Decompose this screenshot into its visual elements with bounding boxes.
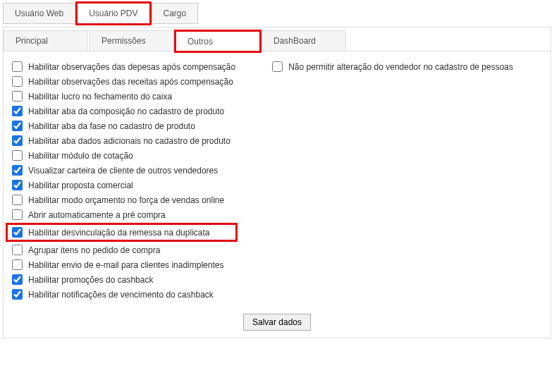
settings-panel: PrincipalPermissõesOutrosDashBoard Habil… bbox=[3, 27, 551, 338]
option-row: Habilitar aba da composição no cadastro … bbox=[8, 104, 235, 118]
option-label: Habilitar lucro no fechamento do caixa bbox=[28, 92, 172, 102]
option-checkbox[interactable] bbox=[272, 61, 283, 72]
option-row: Habilitar proposta comercial bbox=[8, 178, 235, 192]
top-tabs: Usuário WebUsuário PDVCargo bbox=[3, 3, 551, 24]
sub-tab-label: Outros bbox=[187, 37, 213, 47]
option-checkbox[interactable] bbox=[12, 245, 23, 255]
sub-tab-3[interactable]: DashBoard bbox=[261, 30, 346, 51]
top-tab-1[interactable]: Usuário PDV bbox=[77, 3, 149, 24]
option-checkbox[interactable] bbox=[12, 106, 23, 116]
option-row: Abrir automaticamente a pré compra bbox=[8, 208, 235, 221]
top-tab-0[interactable]: Usuário Web bbox=[3, 3, 75, 24]
option-label: Habilitar proposta comercial bbox=[28, 180, 133, 190]
option-checkbox[interactable] bbox=[12, 121, 23, 131]
save-button[interactable]: Salvar dados bbox=[243, 314, 311, 331]
option-checkbox[interactable] bbox=[12, 135, 23, 146]
option-row: Habilitar lucro no fechamento do caixa bbox=[8, 90, 235, 103]
option-checkbox[interactable] bbox=[12, 76, 23, 87]
option-row: Habilitar envio de e-mail para clientes … bbox=[8, 258, 235, 271]
top-tab-2[interactable]: Cargo bbox=[152, 3, 199, 24]
tab-content: Habilitar observações das depesas após c… bbox=[4, 51, 550, 307]
options-left-column: Habilitar observações das depesas após c… bbox=[8, 60, 235, 302]
option-row: Habilitar observações das receitas após … bbox=[8, 75, 235, 88]
option-label: Habilitar aba da composição no cadastro … bbox=[28, 106, 224, 116]
option-label: Agrupar itens no pedido de compra bbox=[28, 245, 160, 255]
top-tab-label: Cargo bbox=[164, 8, 187, 18]
option-row: Habilitar modo orçamento no força de ven… bbox=[8, 193, 235, 207]
sub-tab-label: DashBoard bbox=[273, 36, 316, 46]
sub-tab-label: Principal bbox=[16, 36, 48, 46]
option-label: Não permitir alteração do vendedor no ca… bbox=[288, 62, 513, 72]
option-label: Visualizar carteira de cliente de outros… bbox=[28, 166, 218, 176]
option-label: Habilitar módulo de cotação bbox=[28, 151, 133, 161]
option-row: Visualizar carteira de cliente de outros… bbox=[8, 164, 235, 177]
option-checkbox[interactable] bbox=[12, 274, 23, 285]
option-checkbox[interactable] bbox=[12, 227, 23, 238]
option-label: Habilitar observações das receitas após … bbox=[28, 77, 233, 87]
option-row: Agrupar itens no pedido de compra bbox=[8, 243, 235, 257]
option-label: Habilitar aba da fase no cadastro de pro… bbox=[28, 121, 195, 131]
option-row: Habilitar aba da fase no cadastro de pro… bbox=[8, 119, 235, 133]
sub-tab-0[interactable]: Principal bbox=[4, 30, 88, 51]
option-label: Habilitar aba dados adicionais no cadast… bbox=[28, 136, 230, 146]
option-checkbox[interactable] bbox=[12, 209, 23, 220]
option-checkbox[interactable] bbox=[12, 180, 23, 190]
option-row: Habilitar observações das depesas após c… bbox=[8, 60, 235, 73]
option-checkbox[interactable] bbox=[12, 150, 23, 161]
option-label: Habilitar desvinculação da remessa na du… bbox=[28, 228, 209, 238]
sub-tabs: PrincipalPermissõesOutrosDashBoard bbox=[4, 29, 550, 51]
option-label: Habilitar notificações de vencimento do … bbox=[28, 290, 214, 300]
sub-tab-1[interactable]: Permissões bbox=[90, 30, 174, 51]
option-row: Habilitar módulo de cotação bbox=[8, 149, 235, 162]
option-checkbox[interactable] bbox=[12, 195, 23, 205]
option-checkbox[interactable] bbox=[12, 61, 23, 72]
option-row: Habilitar promoções do cashback bbox=[8, 273, 235, 286]
option-row: Não permitir alteração do vendedor no ca… bbox=[268, 60, 546, 73]
sub-tab-label: Permissões bbox=[101, 36, 146, 46]
options-right-column: Não permitir alteração do vendedor no ca… bbox=[264, 60, 546, 302]
option-checkbox[interactable] bbox=[12, 259, 23, 270]
option-label: Abrir automaticamente a pré compra bbox=[28, 210, 166, 220]
option-label: Habilitar modo orçamento no força de ven… bbox=[28, 195, 224, 205]
option-checkbox[interactable] bbox=[12, 289, 23, 300]
option-label: Habilitar envio de e-mail para clientes … bbox=[28, 260, 223, 270]
sub-tab-2[interactable]: Outros bbox=[176, 31, 260, 51]
option-row: Habilitar aba dados adicionais no cadast… bbox=[8, 134, 235, 147]
top-tab-label: Usuário Web bbox=[15, 8, 63, 18]
footer: Salvar dados bbox=[4, 314, 550, 331]
option-row: Habilitar notificações de vencimento do … bbox=[8, 288, 235, 301]
option-checkbox[interactable] bbox=[12, 165, 23, 176]
option-row: Habilitar desvinculação da remessa na du… bbox=[6, 223, 238, 242]
top-tab-label: Usuário PDV bbox=[89, 8, 137, 18]
option-checkbox[interactable] bbox=[12, 91, 23, 102]
option-label: Habilitar promoções do cashback bbox=[28, 275, 153, 285]
option-label: Habilitar observações das depesas após c… bbox=[28, 62, 235, 72]
